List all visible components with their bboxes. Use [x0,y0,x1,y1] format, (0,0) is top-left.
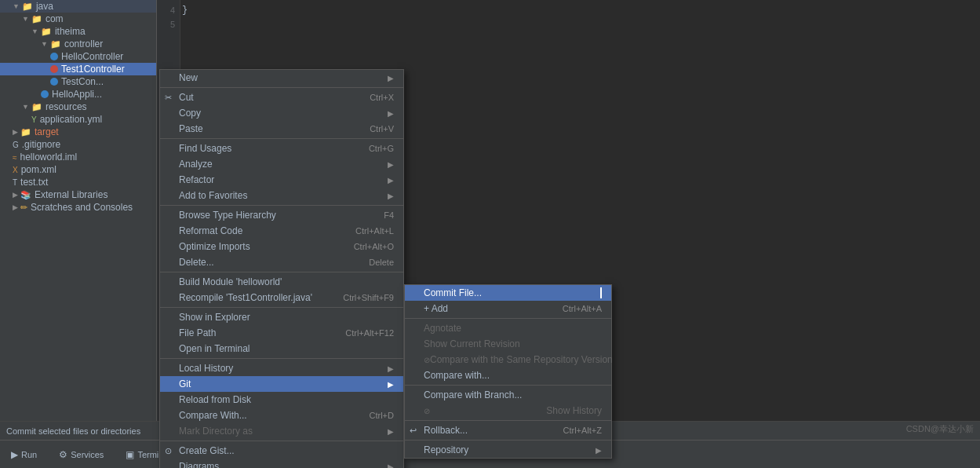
tree-item-test-txt[interactable]: T test.txt [0,176,156,188]
submenu-arrow: ▶ [388,380,394,389]
menu-mark-directory: Mark Directory as ▶ [160,423,403,439]
submenu-arrow: ▶ [388,463,394,469]
tree-label: resources [46,101,87,112]
tree-item-itheima[interactable]: ▼ 📁 itheima [0,25,156,38]
tree-item-test1controller[interactable]: Test1Controller [0,63,156,75]
java-icon [50,65,58,73]
tree-item-scratches[interactable]: ▶ ✏ Scratches and Consoles [0,201,156,214]
menu-build-module[interactable]: Build Module 'helloworld' [160,274,403,290]
line-num-5: 5 [157,17,180,31]
menu-label: Recompile 'Test1Controller.java' [179,292,312,303]
expand-arrow: ▶ [13,203,18,211]
menu-separator [160,138,403,139]
menu-file-path[interactable]: File Path Ctrl+Alt+F12 [160,325,403,341]
tree-item-pom[interactable]: X pom.xml [0,163,156,176]
java-icon [50,53,58,60]
tree-item-external-libs[interactable]: ▶ 📚 External Libraries [0,188,156,201]
tree-item-helloapplication[interactable]: HelloAppli... [0,88,156,101]
tree-label: HelloAppli... [52,89,102,100]
menu-show-in-explorer[interactable]: Show in Explorer [160,309,403,325]
submenu-compare-branch[interactable]: Compare with Branch... [405,387,611,403]
submenu-rollback[interactable]: ↩ Rollback... Ctrl+Alt+Z [405,422,611,438]
menu-label: Open in Terminal [179,343,250,354]
tree-item-controller[interactable]: ▼ 📁 controller [0,38,156,50]
tree-item-hellocontroller[interactable]: HelloController [0,50,156,63]
cursor [600,287,602,298]
tree-label: TestCon... [61,76,104,87]
submenu-label: Commit File... [424,287,482,298]
menu-reload-from-disk[interactable]: Reload from Disk [160,392,403,408]
iml-icon: ≈ [13,153,17,162]
menu-optimize-imports[interactable]: Optimize Imports Ctrl+Alt+O [160,239,403,254]
shortcut: Ctrl+Alt+F12 [345,328,394,338]
menu-new[interactable]: New ▶ [160,70,403,86]
folder-icon: 📁 [31,102,42,112]
menu-refactor[interactable]: Refactor ▶ [160,172,403,188]
submenu-separator [405,440,611,441]
menu-label: Add to Favorites [179,190,247,201]
code-area[interactable]: } [182,3,980,31]
tree-item-target[interactable]: ▶ 📁 target [0,126,156,138]
tree-label: External Libraries [35,189,107,200]
submenu-label: Agnotate [424,323,461,334]
menu-paste[interactable]: Paste Ctrl+V [160,121,403,137]
terminal-icon: ▣ [126,449,134,460]
menu-browse-type-hierarchy[interactable]: Browse Type Hierarchy F4 [160,207,403,223]
menu-label: Mark Directory as [179,426,253,437]
menu-find-usages[interactable]: Find Usages Ctrl+G [160,141,403,156]
run-icon: ▶ [11,449,18,460]
submenu-label: Repository [424,444,468,455]
submenu-arrow: ▶ [388,427,394,436]
tree-item-java[interactable]: ▼ 📁 java [0,0,156,13]
menu-label: Browse Type Hierarchy [179,210,276,221]
tree-item-resources[interactable]: ▼ 📁 resources [0,101,156,113]
tree-label: Test1Controller [61,64,125,75]
submenu-arrow: ▶ [388,364,394,373]
expand-arrow: ▶ [13,128,18,136]
menu-recompile[interactable]: Recompile 'Test1Controller.java' Ctrl+Sh… [160,290,403,305]
submenu-label: + Add [424,303,448,314]
menu-local-history[interactable]: Local History ▶ [160,360,403,376]
submenu-commit-file[interactable]: Commit File... [405,285,611,301]
services-button[interactable]: ⚙ Services [54,448,108,462]
file-icon: G [13,141,19,149]
menu-label: Cut [179,92,194,103]
menu-compare-with[interactable]: Compare With... Ctrl+D [160,408,403,423]
submenu-add[interactable]: + Add Ctrl+Alt+A [405,301,611,316]
submenu-label: Show History [546,405,602,416]
menu-delete[interactable]: Delete... Delete [160,254,403,270]
tree-item-iml[interactable]: ≈ helloworld.iml [0,151,156,163]
menu-cut[interactable]: ✂ Cut Ctrl+X [160,90,403,105]
java-icon [50,78,58,86]
menu-open-in-terminal[interactable]: Open in Terminal [160,341,403,356]
tree-label: itheima [55,26,86,37]
tree-label: target [35,126,59,137]
expand-arrow: ▶ [13,191,18,199]
expand-arrow: ▼ [31,27,38,35]
tree-item-testcon[interactable]: TestCon... [0,75,156,88]
run-button[interactable]: ▶ Run [6,448,42,462]
menu-diagrams[interactable]: Diagrams ▶ [160,459,403,468]
menu-copy[interactable]: Copy ▶ [160,105,403,121]
folder-icon: 📁 [41,27,52,37]
submenu-repository[interactable]: Repository ▶ [405,442,611,458]
code-line-4: } [182,3,980,17]
shortcut: Ctrl+Alt+Z [563,426,602,435]
menu-reformat-code[interactable]: Reformat Code Ctrl+Alt+L [160,223,403,239]
submenu-label: Compare with Branch... [424,389,522,400]
tree-item-application-yml[interactable]: Y application.yml [0,113,156,126]
menu-add-favorites[interactable]: Add to Favorites ▶ [160,188,403,203]
menu-git[interactable]: Git ▶ [160,376,403,392]
shortcut: Delete [369,258,394,267]
tree-item-com[interactable]: ▼ 📁 com [0,13,156,25]
menu-create-gist[interactable]: ⊙ Create Gist... [160,443,403,459]
menu-analyze[interactable]: Analyze ▶ [160,156,403,172]
submenu-agnotate: Agnotate [405,320,611,336]
menu-label: New [179,72,198,83]
tree-label: Scratches and Consoles [31,202,133,213]
expand-arrow: ▼ [41,40,48,48]
tree-item-gitignore[interactable]: G .gitignore [0,138,156,151]
submenu-compare-with[interactable]: Compare with... [405,367,611,383]
expand-arrow: ▼ [22,103,29,111]
menu-label: Build Module 'helloworld' [179,276,282,287]
